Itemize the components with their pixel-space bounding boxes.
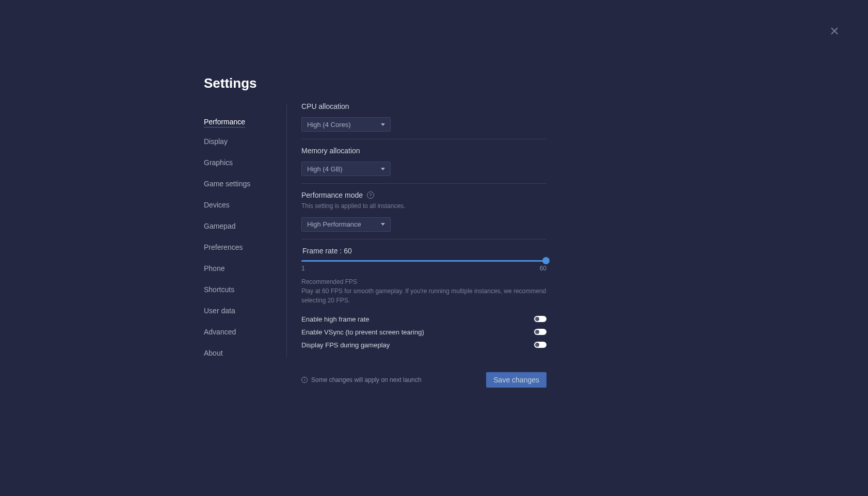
slider-thumb[interactable]: [542, 257, 550, 264]
toggle-high-frame[interactable]: [534, 316, 546, 322]
memory-select-value: High (4 GB): [307, 165, 343, 173]
perfmode-select-value: High Performance: [307, 220, 361, 228]
cpu-select[interactable]: High (4 Cores): [301, 117, 391, 132]
nav-item-gamepad[interactable]: Gamepad: [204, 219, 235, 233]
toggle-vsync[interactable]: [534, 329, 546, 335]
settings-nav: Performance Display Graphics Game settin…: [204, 111, 286, 363]
perfmode-select[interactable]: High Performance: [301, 217, 391, 232]
info-icon: i: [301, 377, 308, 383]
perfmode-label: Performance mode: [301, 191, 363, 199]
memory-select[interactable]: High (4 GB): [301, 162, 391, 176]
slider-min: 1: [301, 265, 305, 272]
frame-rate-label: Frame rate : 60: [301, 247, 546, 255]
perfmode-note: This setting is applied to all instances…: [301, 202, 546, 211]
chevron-down-icon: [381, 168, 385, 170]
cpu-select-value: High (4 Cores): [307, 121, 351, 129]
page-title: Settings: [204, 75, 286, 91]
help-icon[interactable]: ?: [367, 191, 374, 199]
toggle-vsync-label: Enable VSync (to prevent screen tearing): [301, 328, 424, 336]
nav-item-about[interactable]: About: [204, 346, 223, 360]
nav-item-phone[interactable]: Phone: [204, 261, 224, 276]
toggle-display-fps[interactable]: [534, 342, 546, 348]
nav-item-preferences[interactable]: Preferences: [204, 240, 243, 254]
nav-item-performance[interactable]: Performance: [204, 115, 245, 127]
frame-rate-slider[interactable]: [301, 260, 546, 262]
nav-item-shortcuts[interactable]: Shortcuts: [204, 282, 234, 297]
chevron-down-icon: [381, 123, 385, 126]
memory-label: Memory allocation: [301, 147, 546, 155]
footer-note-text: Some changes will apply on next launch: [311, 376, 421, 383]
vertical-divider: [286, 104, 287, 357]
recommended-fps-text: Play at 60 FPS for smooth gameplay. If y…: [301, 286, 546, 305]
toggle-high-frame-label: Enable high frame rate: [301, 315, 369, 323]
recommended-fps-title: Recommended FPS: [301, 278, 546, 285]
slider-max: 60: [540, 265, 546, 272]
nav-item-graphics[interactable]: Graphics: [204, 155, 233, 170]
nav-item-game-settings[interactable]: Game settings: [204, 177, 250, 191]
nav-item-display[interactable]: Display: [204, 134, 228, 149]
chevron-down-icon: [381, 223, 385, 226]
cpu-label: CPU allocation: [301, 102, 546, 110]
nav-item-devices[interactable]: Devices: [204, 198, 230, 212]
nav-item-advanced[interactable]: Advanced: [204, 325, 236, 339]
nav-item-user-data[interactable]: User data: [204, 303, 235, 318]
toggle-display-fps-label: Display FPS during gameplay: [301, 341, 390, 349]
save-changes-button[interactable]: Save changes: [486, 372, 546, 388]
close-icon[interactable]: [829, 26, 840, 36]
